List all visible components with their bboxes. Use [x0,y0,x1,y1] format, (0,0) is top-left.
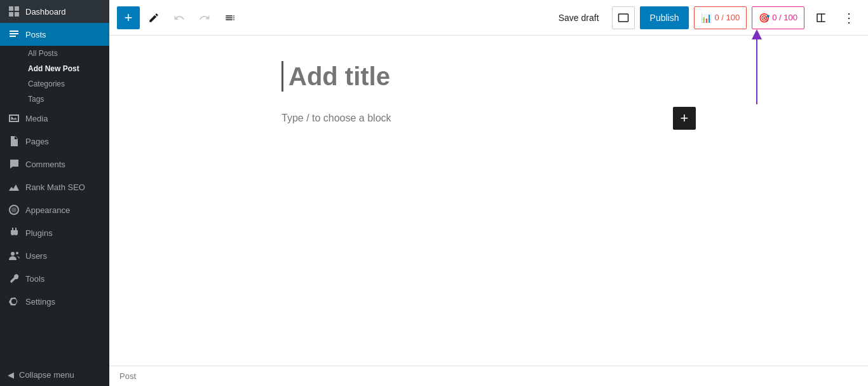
sidebar-tools-label: Tools [25,274,44,284]
svg-rect-2 [9,12,13,17]
sidebar-plugins-label: Plugins [25,228,53,238]
add-block-button[interactable]: + [117,6,140,29]
rank-math-seo-button[interactable]: 📊 0 / 100 [694,6,747,29]
editor-area[interactable]: Add title Type / to choose a block + [109,36,868,366]
sidebar-item-rank-math-seo[interactable]: Rank Math SEO [0,176,109,198]
sidebar-appearance-label: Appearance [25,205,70,215]
appearance-icon [8,203,20,216]
settings-icon [8,295,20,308]
editor-title-placeholder: Add title [288,62,390,90]
sidebar-media-label: Media [25,114,48,123]
sidebar-item-settings[interactable]: Settings [0,290,109,313]
svg-point-4 [11,252,15,256]
toolbar-right: Save draft Publish 📊 0 / 100 🎯 0 / 100 ⋮ [551,6,860,29]
editor-inner: Add title Type / to choose a block + [266,61,711,130]
sidebar-item-all-posts[interactable]: All Posts [20,46,109,61]
collapse-icon: ◀ [8,370,14,380]
svg-rect-0 [9,6,13,11]
bottom-bar: Post [109,366,868,386]
rank-math-icon [8,181,20,193]
posts-icon [8,28,20,41]
sidebar-item-tools[interactable]: Tools [0,267,109,290]
post-type-label: Post [119,371,136,381]
rank-math-readability-icon: 🎯 [759,13,770,23]
save-draft-button[interactable]: Save draft [551,9,607,27]
sidebar-item-users[interactable]: Users [0,244,109,267]
tools-mode-button[interactable] [142,6,165,29]
editor-add-block-button[interactable]: + [673,107,696,130]
editor-body: Type / to choose a block + [281,107,696,130]
sidebar-comments-label: Comments [25,160,65,169]
sidebar-rank-math-label: Rank Math SEO [25,183,85,192]
sidebar-item-appearance[interactable]: Appearance [0,198,109,221]
tools-icon [8,272,20,285]
collapse-menu-button[interactable]: ◀ Collapse menu [0,364,109,386]
rank-math-readability-button[interactable]: 🎯 0 / 100 [752,6,804,29]
dashboard-icon [8,5,20,18]
sidebar-dashboard-label: Dashboard [25,7,66,17]
posts-submenu: All Posts Add New Post Categories Tags [0,46,109,107]
sidebar-item-pages[interactable]: Pages [0,130,109,153]
sidebar-item-plugins[interactable]: Plugins [0,221,109,244]
toolbar: + Save draft Publish 📊 0 / 100 [109,0,868,36]
sidebar-item-comments[interactable]: Comments [0,153,109,176]
document-overview-button[interactable] [219,6,241,29]
preview-button[interactable] [612,6,635,29]
publish-button[interactable]: Publish [640,6,689,29]
rank-math-seo-icon: 📊 [701,13,712,23]
users-icon [8,249,20,262]
sidebar-item-posts[interactable]: Posts [0,23,109,46]
sidebar-toggle-button[interactable] [810,6,832,29]
rank-math-readability-score: 0 / 100 [772,13,797,22]
editor-title[interactable]: Add title [281,61,696,92]
redo-button[interactable] [193,6,216,29]
sidebar-item-media[interactable]: Media [0,107,109,130]
sidebar-item-add-new-post[interactable]: Add New Post [20,61,109,76]
comments-icon [8,158,20,170]
plugins-icon [8,226,20,239]
pages-icon [8,135,20,148]
more-options-button[interactable]: ⋮ [837,6,860,29]
sidebar-item-tags[interactable]: Tags [20,92,109,107]
sidebar-item-dashboard[interactable]: Dashboard [0,0,109,23]
rank-math-seo-score: 0 / 100 [714,13,740,22]
media-icon [8,112,20,125]
collapse-label: Collapse menu [19,370,74,380]
sidebar-item-categories[interactable]: Categories [20,76,109,92]
sidebar-settings-label: Settings [25,297,55,307]
toolbar-left: + [117,6,241,29]
editor-body-placeholder: Type / to choose a block [281,113,665,124]
svg-point-5 [16,252,18,254]
svg-rect-1 [15,6,19,11]
sidebar-pages-label: Pages [25,137,49,146]
sidebar: Dashboard Posts All Posts Add New Post C… [0,0,109,386]
sidebar-posts-label: Posts [25,30,46,39]
undo-button[interactable] [168,6,191,29]
sidebar-users-label: Users [25,251,47,261]
svg-rect-3 [15,12,19,17]
main-content: + Save draft Publish 📊 0 / 100 [109,0,868,386]
